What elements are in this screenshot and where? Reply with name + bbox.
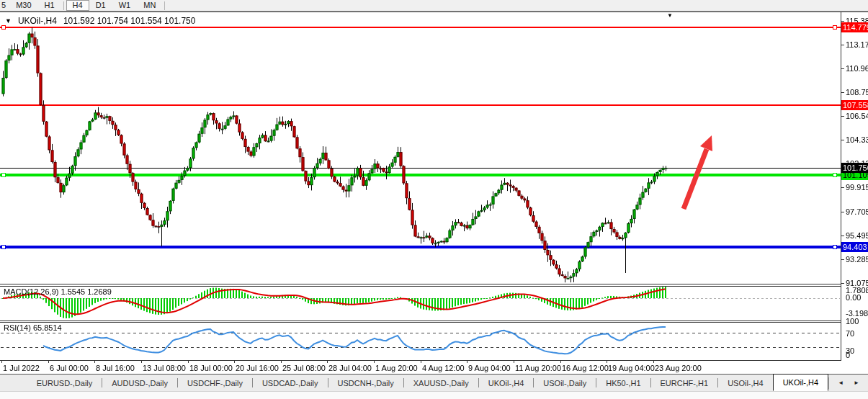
symbol-tab-eurchf-h1[interactable]: EURCHF-,H1 <box>651 375 718 391</box>
time-axis-label: 19 Aug 04:00 <box>608 364 655 372</box>
hline-price-box: 94.403 <box>841 242 868 252</box>
rsi-scale-label: 100 <box>846 317 859 326</box>
time-axis-label: 28 Jul 04:00 <box>328 364 372 372</box>
price-axis-tick: 113.175 <box>846 40 867 49</box>
macd-indicator-label: MACD(12,26,9) 1.5545 1.2689 <box>4 287 112 296</box>
time-axis-tickmark <box>48 360 49 363</box>
symbol-tabbar: EURUSD-,DailyAUDUSD-,DailyUSDCHF-,DailyU… <box>0 374 868 391</box>
time-axis-tickmark <box>653 360 654 363</box>
time-axis-label: 6 Jul 00:00 <box>50 364 89 372</box>
time-axis-tickmark <box>188 360 189 363</box>
time-axis-tickmark <box>421 360 421 363</box>
time-axis-label: 23 Aug 20:00 <box>655 364 702 372</box>
time-axis-tickmark <box>467 360 467 363</box>
price-axis-tick: 97.705 <box>846 207 867 216</box>
macd-scale-label: 0.00 <box>846 293 861 302</box>
terminal-window: 5M30H1H4D1W1MN ▼ UKOil-,H4 101.592 101.7… <box>0 0 868 399</box>
status-strip <box>0 391 868 399</box>
bid-price-box: 101.750 <box>841 163 868 173</box>
time-axis-label: 9 Aug 04:00 <box>468 364 511 372</box>
time-axis-label: 4 Aug 12:00 <box>422 364 465 372</box>
symbol-tab-usoil-daily[interactable]: USOil-,Daily <box>534 375 596 391</box>
time-axis-tickmark <box>141 360 142 363</box>
time-axis-label: 18 Jul 00:00 <box>189 364 233 372</box>
price-axis-tick: 95.495 <box>846 231 867 240</box>
symbol-tab-xauusd-daily[interactable]: XAUUSD-,Daily <box>404 375 478 391</box>
time-axis-tickmark <box>281 360 282 363</box>
time-axis-tickmark <box>327 360 328 363</box>
symbol-tab-ukoil-h4[interactable]: UKOil-,H4 <box>773 374 829 391</box>
symbol-tab-usdcad-daily[interactable]: USDCAD-,Daily <box>253 375 328 391</box>
last-bar-marker-icon: ▼ <box>667 12 673 19</box>
time-axis-label: 1 Jul 2022 <box>3 364 40 372</box>
chart-ohlc-values: 101.592 101.754 101.554 101.750 <box>63 16 196 26</box>
time-axis-tickmark <box>607 360 607 363</box>
time-axis-label: 11 Aug 20:00 <box>515 364 561 372</box>
tab-scroll-right-icon[interactable]: ► <box>854 380 859 386</box>
time-axis-label: 16 Aug 12:00 <box>562 364 609 372</box>
symbol-tab-usoil-h4[interactable]: USOil-,H4 <box>718 375 773 391</box>
price-axis-tick: 106.545 <box>846 112 867 120</box>
time-axis-label: 20 Jul 16:00 <box>236 364 279 372</box>
chart-collapse-icon[interactable]: ▼ <box>5 17 12 24</box>
symbol-tab-ukoil-h4[interactable]: UKOil-,H4 <box>479 375 534 391</box>
price-axis-tick: 99.915 <box>846 183 867 192</box>
rsi-scale-label: 70 <box>846 329 854 338</box>
rsi-indicator-label: RSI(14) 65.8514 <box>4 323 62 332</box>
rsi-scale-label: 0 <box>846 351 850 359</box>
symbol-tab-usdcnh-daily[interactable]: USDCNH-,Daily <box>328 375 403 391</box>
price-chart-canvas[interactable] <box>0 0 868 399</box>
price-axis-tick: 108.755 <box>846 88 867 97</box>
price-axis-tick: 93.285 <box>846 255 867 264</box>
time-axis-tickmark <box>560 360 561 363</box>
symbol-tab-audusd-daily[interactable]: AUDUSD-,Daily <box>102 375 177 391</box>
price-axis-tick: 110.965 <box>846 64 867 73</box>
symbol-tab-eurusd-daily[interactable]: EURUSD-,Daily <box>27 375 102 391</box>
hline-price-box: 107.558 <box>841 100 868 110</box>
time-axis-tickmark <box>374 360 375 363</box>
symbol-tab-hk50-h1[interactable]: HK50-,H1 <box>596 375 650 391</box>
symbol-tab-usdchf-daily[interactable]: USDCHF-,Daily <box>178 375 252 391</box>
time-axis-label: 8 Jul 16:00 <box>96 364 135 372</box>
tabs-holder: EURUSD-,DailyAUDUSD-,DailyUSDCHF-,DailyU… <box>27 375 829 391</box>
time-axis-tickmark <box>1 360 2 363</box>
price-axis-tick: 104.335 <box>846 135 867 144</box>
trend-arrow[interactable] <box>676 131 720 218</box>
time-axis-tickmark <box>234 360 235 363</box>
time-axis-tickmark <box>514 360 514 363</box>
tab-scroll-left-icon[interactable]: ◄ <box>838 380 844 386</box>
hline-price-box: 114.779 <box>841 22 868 32</box>
chart-symbol-label: UKOil-,H4 <box>18 16 57 26</box>
time-axis-label: 25 Jul 08:00 <box>282 364 326 372</box>
time-axis-tickmark <box>94 360 95 363</box>
time-axis-label: 13 Jul 08:00 <box>143 364 186 372</box>
tab-scroll-controls: ◄ ► <box>828 377 868 389</box>
chart-title: ▼ UKOil-,H4 101.592 101.754 101.554 101.… <box>5 16 195 26</box>
time-axis-label: 1 Aug 20:00 <box>375 364 418 372</box>
